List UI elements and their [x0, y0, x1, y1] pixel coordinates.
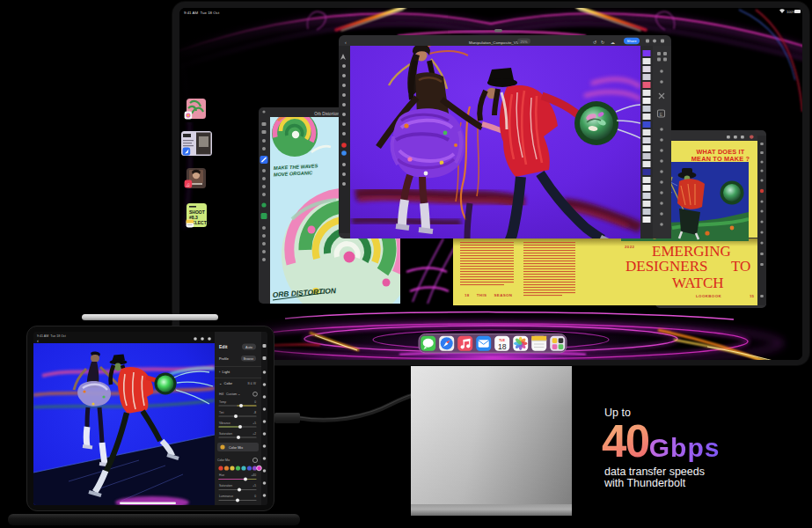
svg-text:0: 0: [254, 400, 256, 404]
svg-text:B & W: B & W: [247, 382, 256, 385]
svg-text:Luminance: Luminance: [219, 495, 233, 498]
svg-text:Edit: Edit: [219, 344, 228, 349]
svg-text:0: 0: [254, 495, 256, 498]
svg-text:+5: +5: [252, 484, 256, 488]
svg-text:‹: ‹: [37, 338, 39, 343]
svg-text:Auto: Auto: [245, 346, 252, 349]
svg-text:25%: 25%: [520, 40, 527, 44]
svg-text:☁: ☁: [611, 40, 615, 45]
svg-text:15: 15: [750, 294, 754, 298]
svg-text:Hill Custom ⌄: Hill Custom ⌄: [219, 392, 240, 396]
svg-text:Profile: Profile: [219, 357, 229, 361]
svg-text:LOOKBOOK: LOOKBOOK: [696, 294, 721, 298]
svg-text:↻: ↻: [601, 40, 604, 45]
svg-text:+2: +2: [252, 432, 256, 436]
svg-text:TO: TO: [731, 258, 750, 275]
svg-text:-8: -8: [253, 411, 256, 414]
svg-text:MEAN TO MAKE ?: MEAN TO MAKE ?: [691, 155, 750, 163]
svg-text:WATCH: WATCH: [672, 275, 724, 291]
svg-text:+40: +40: [251, 473, 256, 477]
svg-text:Temp: Temp: [219, 400, 226, 404]
svg-text:2022: 2022: [625, 245, 635, 249]
svg-text:Browse: Browse: [244, 357, 253, 361]
svg-text:+5: +5: [252, 422, 256, 425]
svg-text:‹: ‹: [345, 40, 347, 45]
svg-text:Manipulation_Composite_V5 * ⌄: Manipulation_Composite_V5 * ⌄: [469, 40, 525, 45]
svg-text:9:41 AM Tue 18 Oct: 9:41 AM Tue 18 Oct: [37, 334, 66, 338]
svg-text:♫: ♫: [186, 181, 190, 187]
svg-text:18: 18: [498, 342, 507, 351]
svg-text:Saturation: Saturation: [219, 484, 232, 488]
svg-text:Saturation: Saturation: [219, 432, 232, 436]
svg-text:18 THIS SEASON: 18 THIS SEASON: [465, 293, 512, 297]
svg-text:↺: ↺: [593, 40, 596, 45]
svg-text:› Light: › Light: [219, 370, 230, 374]
svg-text:9:41 AM Tue 18 Oct: 9:41 AM Tue 18 Oct: [184, 11, 220, 15]
svg-text:E: E: [660, 112, 663, 117]
svg-text:Vibrance: Vibrance: [219, 422, 230, 425]
svg-text:Color Mix: Color Mix: [217, 458, 230, 462]
svg-text:⌄ Color: ⌄ Color: [219, 381, 233, 385]
svg-text:Share: Share: [626, 39, 637, 43]
svg-text:DESIGNERS: DESIGNERS: [625, 258, 708, 275]
svg-text:Hue: Hue: [219, 473, 224, 477]
svg-text:Tint: Tint: [219, 411, 223, 414]
svg-text:Color Mix: Color Mix: [229, 446, 243, 450]
